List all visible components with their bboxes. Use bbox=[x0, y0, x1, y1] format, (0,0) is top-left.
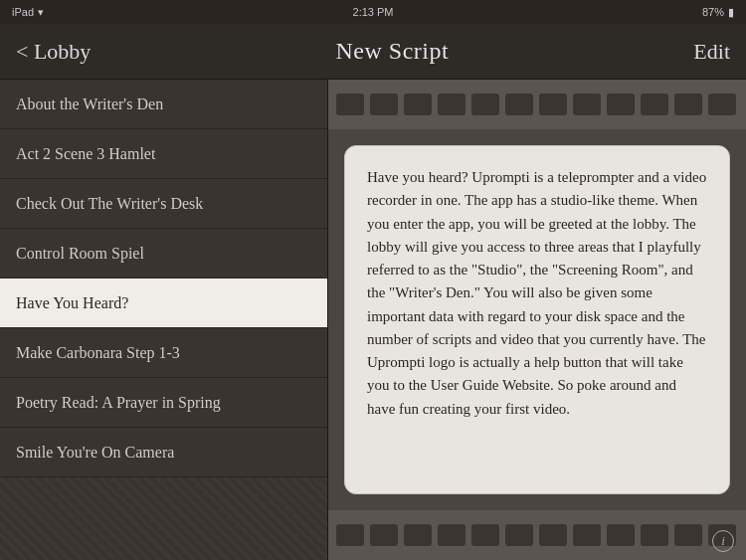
page-title: New Script bbox=[336, 38, 450, 65]
time-display: 2:13 PM bbox=[353, 6, 394, 18]
main-content: About the Writer's DenAct 2 Scene 3 Haml… bbox=[0, 80, 746, 560]
sidebar-item-haveyouheard[interactable]: Have You Heard? bbox=[0, 279, 327, 328]
sidebar-item-control[interactable]: Control Room Spiel bbox=[0, 229, 327, 279]
sidebar-item-smile[interactable]: Smile You're On Camera bbox=[0, 428, 327, 477]
film-hole bbox=[641, 93, 668, 115]
right-panel: Have you heard? Uprompti is a teleprompt… bbox=[328, 80, 746, 560]
status-bar: iPad ▾ 2:13 PM 87% ▮ bbox=[0, 0, 746, 24]
film-hole bbox=[641, 524, 668, 546]
film-hole bbox=[674, 524, 702, 546]
film-hole bbox=[708, 93, 736, 115]
film-hole bbox=[573, 524, 601, 546]
film-hole bbox=[471, 93, 499, 115]
film-hole bbox=[573, 93, 601, 115]
header: < Lobby New Script Edit bbox=[0, 24, 746, 80]
film-hole bbox=[539, 524, 567, 546]
status-right: 87% ▮ bbox=[702, 6, 734, 19]
film-hole bbox=[370, 93, 398, 115]
sidebar-item-carbonara[interactable]: Make Carbonara Step 1-3 bbox=[0, 328, 327, 378]
film-hole bbox=[404, 93, 432, 115]
film-hole bbox=[505, 93, 533, 115]
film-strip-top bbox=[328, 80, 746, 129]
film-hole bbox=[471, 524, 499, 546]
film-hole bbox=[438, 524, 466, 546]
info-button[interactable]: i bbox=[712, 530, 734, 552]
film-hole bbox=[505, 524, 533, 546]
sidebar-item-checkout[interactable]: Check Out The Writer's Desk bbox=[0, 179, 327, 229]
film-hole bbox=[674, 93, 702, 115]
sidebar: About the Writer's DenAct 2 Scene 3 Haml… bbox=[0, 80, 328, 560]
film-strip-bottom bbox=[328, 510, 746, 560]
battery-icon: ▮ bbox=[728, 6, 734, 19]
edit-button[interactable]: Edit bbox=[693, 39, 730, 65]
script-box: Have you heard? Uprompti is a teleprompt… bbox=[344, 145, 730, 494]
script-text: Have you heard? Uprompti is a teleprompt… bbox=[367, 166, 707, 421]
battery-percent: 87% bbox=[702, 6, 724, 18]
back-button[interactable]: < Lobby bbox=[16, 39, 91, 65]
film-hole bbox=[370, 524, 398, 546]
status-center: 2:13 PM bbox=[353, 6, 394, 18]
script-area: Have you heard? Uprompti is a teleprompt… bbox=[328, 129, 746, 510]
film-hole bbox=[336, 524, 364, 546]
device-label: iPad bbox=[12, 6, 34, 18]
film-hole bbox=[539, 93, 567, 115]
film-hole bbox=[336, 93, 364, 115]
sidebar-item-about[interactable]: About the Writer's Den bbox=[0, 80, 327, 129]
wifi-icon: ▾ bbox=[38, 6, 44, 19]
film-hole bbox=[607, 93, 635, 115]
film-hole bbox=[404, 524, 432, 546]
film-hole bbox=[438, 93, 466, 115]
sidebar-item-poetry[interactable]: Poetry Read: A Prayer in Spring bbox=[0, 378, 327, 428]
film-hole bbox=[607, 524, 635, 546]
sidebar-item-act2[interactable]: Act 2 Scene 3 Hamlet bbox=[0, 129, 327, 179]
status-left: iPad ▾ bbox=[12, 6, 44, 19]
